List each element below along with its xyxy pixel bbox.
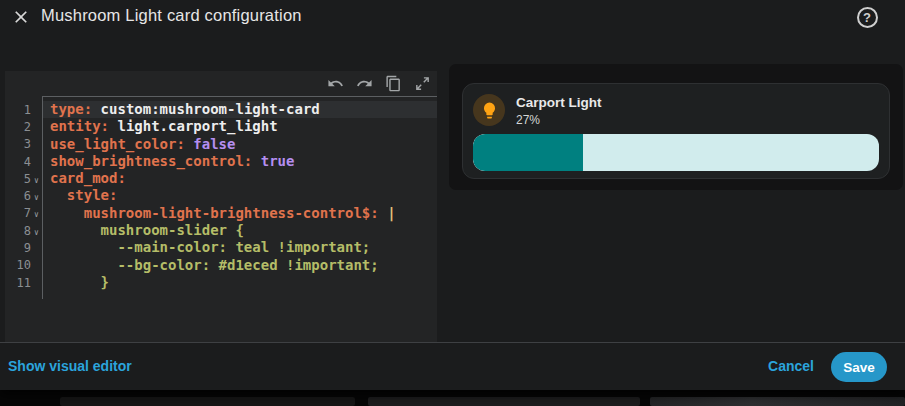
fold-chevron-icon[interactable]: ∨ — [31, 206, 42, 220]
save-button[interactable]: Save — [831, 352, 887, 382]
code-line[interactable]: mushroom-slider { — [43, 222, 437, 239]
lightbulb-icon — [480, 101, 499, 120]
help-icon: ? — [857, 7, 878, 28]
redo-icon — [356, 75, 373, 92]
close-icon — [11, 7, 31, 27]
editor-code[interactable]: type: custom:mushroom-light-cardentity: … — [42, 96, 437, 299]
close-button[interactable] — [8, 4, 34, 30]
code-line[interactable]: } — [43, 274, 437, 291]
background-blur-block — [650, 397, 905, 406]
background-blur-block — [60, 397, 355, 406]
code-editor[interactable]: 12345∨6∨7∨8∨91011 type: custom:mushroom-… — [5, 96, 437, 299]
fold-chevron-icon[interactable]: ∨ — [31, 172, 42, 186]
code-line[interactable]: --main-color: teal !important; — [43, 239, 437, 256]
page-background: Mushroom Light card configuration ? — [0, 0, 905, 406]
line-number[interactable]: 6∨ — [5, 187, 42, 204]
light-card-preview[interactable]: Carport Light 27% — [462, 83, 890, 179]
redo-button[interactable] — [355, 74, 374, 93]
dialog-title: Mushroom Light card configuration — [41, 2, 302, 29]
code-line[interactable]: use_light_color: false — [43, 136, 437, 153]
fold-chevron-icon[interactable]: ∨ — [31, 189, 42, 203]
copy-button[interactable] — [384, 74, 403, 93]
line-number[interactable]: 8∨ — [5, 222, 42, 239]
brightness-slider[interactable] — [473, 134, 879, 171]
code-line[interactable]: type: custom:mushroom-light-card — [43, 101, 437, 118]
cancel-button[interactable]: Cancel — [768, 343, 814, 390]
card-preview-panel: Carport Light 27% — [449, 64, 903, 190]
code-line[interactable]: style: — [43, 187, 437, 204]
card-config-dialog: Mushroom Light card configuration ? — [0, 0, 905, 390]
line-number: 9 — [5, 239, 42, 256]
light-name: Carport Light — [516, 95, 602, 110]
line-number: 4 — [5, 153, 42, 170]
show-visual-editor-link[interactable]: Show visual editor — [8, 343, 132, 390]
light-state: 27% — [516, 113, 540, 127]
line-number: 10 — [5, 257, 42, 274]
code-line[interactable]: entity: light.carport_light — [43, 118, 437, 135]
dialog-footer: Show visual editor Cancel Save — [0, 342, 905, 390]
fold-chevron-icon[interactable]: ∨ — [31, 224, 42, 238]
editor-toolbar — [326, 74, 432, 93]
undo-button[interactable] — [326, 74, 345, 93]
yaml-editor-panel: 12345∨6∨7∨8∨91011 type: custom:mushroom-… — [5, 71, 437, 342]
line-number: 11 — [5, 274, 42, 291]
code-line[interactable]: card_mod: — [43, 170, 437, 187]
expand-icon — [414, 75, 431, 92]
line-number: 2 — [5, 118, 42, 135]
undo-icon — [327, 75, 344, 92]
background-blur-block — [368, 397, 640, 406]
help-button[interactable]: ? — [854, 4, 880, 30]
code-line[interactable]: mushroom-light-brightness-control$: | — [43, 205, 437, 222]
line-number[interactable]: 7∨ — [5, 205, 42, 222]
background-page-content — [0, 390, 905, 406]
editor-gutter: 12345∨6∨7∨8∨91011 — [5, 96, 42, 291]
light-icon-button[interactable] — [473, 94, 505, 126]
copy-icon — [385, 75, 402, 92]
line-number[interactable]: 5∨ — [5, 170, 42, 187]
code-line[interactable]: show_brightness_control: true — [43, 153, 437, 170]
code-line[interactable]: --bg-color: #d1eced !important; — [43, 257, 437, 274]
line-number: 1 — [5, 101, 42, 118]
line-number: 3 — [5, 136, 42, 153]
expand-button[interactable] — [413, 74, 432, 93]
brightness-slider-fill — [473, 134, 583, 171]
